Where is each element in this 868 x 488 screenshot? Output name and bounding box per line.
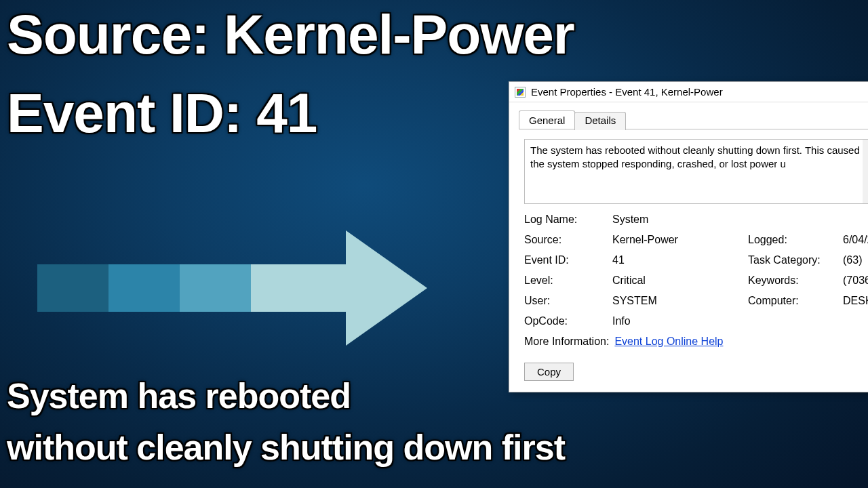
label-taskcategory: Task Category: <box>748 254 843 266</box>
value-level: Critical <box>612 274 748 287</box>
copy-button[interactable]: Copy <box>524 363 574 381</box>
value-logged: 6/04/20 <box>843 234 868 246</box>
overlay-footer-line2: without cleanly shutting down first <box>7 427 565 468</box>
value-eventid: 41 <box>612 254 748 266</box>
event-properties-grid: Log Name: System Source: Kernel-Power Lo… <box>524 214 868 348</box>
tab-general[interactable]: General <box>519 110 575 129</box>
overlay-footer-line1: System has rebooted <box>7 375 351 416</box>
value-opcode: Info <box>612 315 748 327</box>
tab-divider <box>519 129 868 129</box>
value-logname: System <box>612 214 748 226</box>
label-moreinfo: More Information: <box>524 336 609 348</box>
arrow-head-icon <box>346 230 427 346</box>
arrow-graphic <box>37 237 458 339</box>
event-description-box[interactable]: The system has rebooted without cleanly … <box>524 139 868 204</box>
event-description-text: The system has rebooted without cleanly … <box>530 144 867 169</box>
event-log-online-help-link[interactable]: Event Log Online Help <box>614 336 723 348</box>
label-eventid: Event ID: <box>524 254 612 266</box>
label-logged: Logged: <box>748 234 843 246</box>
tab-details[interactable]: Details <box>574 112 626 130</box>
scrollbar[interactable] <box>863 140 868 203</box>
overlay-eventid-line: Event ID: 41 <box>7 81 317 145</box>
arrow-segment <box>108 264 180 312</box>
label-source: Source: <box>524 234 612 246</box>
dialog-button-row: Copy <box>524 363 868 381</box>
dialog-title: Event Properties - Event 41, Kernel-Powe… <box>531 86 723 98</box>
value-source: Kernel-Power <box>612 234 748 246</box>
arrow-shaft <box>251 264 346 312</box>
event-viewer-icon <box>515 87 526 98</box>
value-user: SYSTEM <box>612 295 748 307</box>
arrow-segment <box>180 264 251 312</box>
label-keywords: Keywords: <box>748 274 843 287</box>
value-keywords: (70368 <box>843 274 868 287</box>
label-level: Level: <box>524 274 612 287</box>
label-computer: Computer: <box>748 295 843 307</box>
label-logname: Log Name: <box>524 214 612 226</box>
value-computer: DESKTO <box>843 295 868 307</box>
label-opcode: OpCode: <box>524 315 612 327</box>
dialog-titlebar[interactable]: Event Properties - Event 41, Kernel-Powe… <box>509 82 868 102</box>
label-user: User: <box>524 295 612 307</box>
overlay-source-line: Source: Kernel-Power <box>7 3 574 66</box>
dialog-tabs: General Details <box>509 102 868 129</box>
event-properties-dialog: Event Properties - Event 41, Kernel-Powe… <box>509 81 868 392</box>
arrow-segment <box>37 264 108 312</box>
value-taskcategory: (63) <box>843 254 868 266</box>
